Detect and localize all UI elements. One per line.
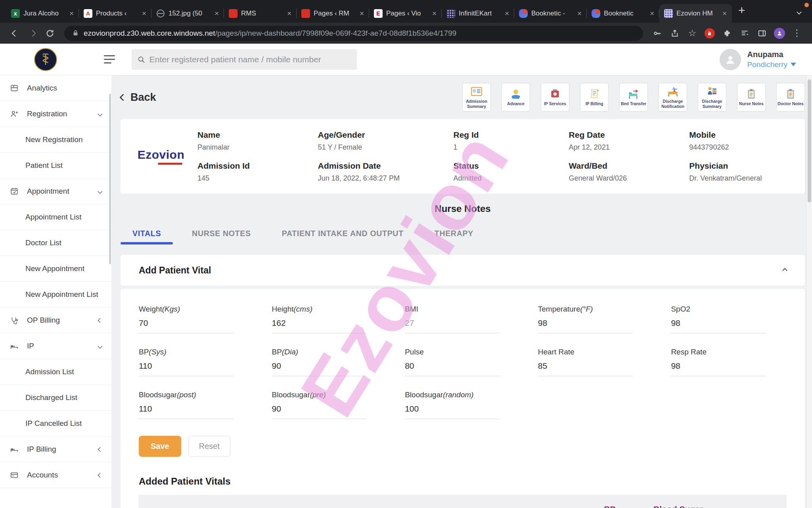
extensions-puzzle-icon[interactable] [719,26,735,41]
sidebar-item-registration[interactable]: Registration [0,101,111,127]
close-icon[interactable]: × [721,9,728,18]
doctor-notes-button[interactable]: Doctor Notes [776,83,805,112]
side-panel-icon[interactable] [754,26,770,41]
bp-sys-input[interactable] [139,356,234,376]
bloodsugar-pre-input[interactable] [272,399,367,419]
sidebar-item-ip-billing[interactable]: IP Billing [0,437,111,462]
close-icon[interactable]: × [213,9,220,18]
ip-services-button[interactable]: IP Services [541,83,569,112]
temperature-input[interactable] [538,314,633,333]
sidebar-item-appointment[interactable]: Appointment [0,179,111,204]
discharge-notification-button[interactable]: Discharge Notification [659,83,687,112]
sidebar-item-doctor-list[interactable]: Doctor List [0,230,111,256]
heart-rate-input[interactable] [538,356,633,376]
sidebar-item-analytics[interactable]: Analytics [0,75,111,101]
browser-tab[interactable]: InfinitEKart × [442,4,514,23]
close-icon[interactable]: × [286,9,293,18]
tab-nurse-notes[interactable]: NURSE NOTES [180,222,263,244]
tab-search-chevron-icon[interactable] [797,8,801,15]
patient-field-ward-bed: Ward/BedGeneral Ward/026 [569,161,685,183]
browser-tab[interactable]: Booknetic - × [514,4,587,23]
sidebar-item-new-registration[interactable]: New Registration [0,127,111,153]
browser-tab[interactable]: Pages ‹ RM × [297,4,369,23]
bookmark-star-icon[interactable]: ☆ [684,26,700,41]
tab-title: 152.jpg (50 [169,10,210,17]
browser-tab[interactable]: x Jura Alcoho × [6,4,79,23]
search-input[interactable] [149,55,351,64]
share-icon[interactable] [667,26,683,41]
tab-title: Pages ‹ Vio [386,10,427,17]
reading-list-icon[interactable] [737,26,753,41]
spo2-input[interactable] [671,314,766,333]
sidebar-item-appointment-list[interactable]: Appointment List [0,204,111,230]
scrollbar-thumb[interactable] [808,79,811,202]
sidebar-item-new-appointment-list[interactable]: New Appointment List [0,282,111,308]
browser-profile-avatar[interactable] [772,26,787,41]
menu-icon[interactable] [104,55,115,64]
height-input[interactable] [272,314,367,333]
browser-tab-active[interactable]: Ezovion HM × [659,4,732,23]
browser-menu-dots-icon[interactable]: ⋮ [789,26,805,41]
person-add-icon [10,109,19,119]
sidebar-item-accounts[interactable]: Accounts [0,462,111,488]
resp-rate-input[interactable] [671,356,766,376]
pulse-input[interactable] [405,356,500,376]
close-icon[interactable]: × [649,9,655,18]
bp-dia-input[interactable] [272,356,367,376]
new-tab-button[interactable]: + [738,2,745,18]
sidebar-item-ip-cancelled-list[interactable]: IP Cancelled List [0,411,111,437]
sidebar-scrollbar[interactable] [109,94,111,264]
page-scrollbar[interactable] [806,75,812,508]
reset-button[interactable]: Reset [188,436,230,457]
admission-summary-button[interactable]: Admission Summary [462,83,491,112]
browser-tab[interactable]: 152.jpg (50 × [151,4,224,23]
close-icon[interactable]: × [141,9,147,18]
close-icon[interactable]: × [358,9,365,18]
bloodsugar-random-input[interactable] [405,399,500,419]
refresh-button[interactable] [42,26,58,41]
bloodsugar-post-input[interactable] [139,399,234,419]
sidebar-item-admission-list[interactable]: Admission List [0,359,111,385]
back-button[interactable] [7,26,23,41]
sidebar-item-label: Doctor List [25,239,102,247]
adblock-icon[interactable] [702,26,718,41]
browser-tab[interactable]: Booknetic × [587,4,659,23]
address-bar[interactable]: ezovionprod.z30.web.core.windows.net/pag… [64,26,643,41]
close-icon[interactable]: × [431,9,438,18]
tab-therapy[interactable]: THERAPY [423,222,485,244]
bed-transfer-button[interactable]: Bed Transfer [619,83,648,112]
sidebar-item-discharged-list[interactable]: Discharged List [0,385,111,411]
sidebar-item-ip[interactable]: IP [0,333,111,359]
sidebar-item-op-billing[interactable]: OP Billing [0,308,111,333]
nurse-notes-button[interactable]: Nurse Notes [737,83,766,112]
user-menu[interactable]: Anupama Pondicherry [720,49,796,70]
advance-button[interactable]: Advance [502,83,530,112]
sidebar: Analytics Registration New Registration … [0,75,111,508]
discharge-summary-button[interactable]: Discharge Summary [698,83,726,112]
sidebar-item-label: New Appointment List [25,290,102,299]
back-button[interactable]: Back [121,91,156,104]
weight-input[interactable] [139,314,234,333]
hospital-logo[interactable] [34,48,57,71]
tab-patient-intake-output[interactable]: PATIENT INTAKE AND OUTPUT [270,222,416,244]
advance-icon [510,88,522,100]
browser-tab[interactable]: E Pages ‹ Vio × [369,4,442,23]
password-key-icon[interactable] [649,26,665,41]
close-icon[interactable]: × [576,9,583,18]
tab-vitals[interactable]: VITALS [121,222,173,244]
close-icon[interactable]: × [68,9,75,18]
patient-field-admission-id: Admission Id145 [197,161,313,183]
save-button[interactable]: Save [139,436,181,457]
collapse-chevron-up-icon[interactable] [783,267,787,274]
content-tabs: VITALS NURSE NOTES PATIENT INTAKE AND OU… [121,222,805,244]
browser-tab[interactable]: RMS × [224,4,297,23]
ip-billing-button[interactable]: IP Billing [580,83,609,112]
browser-tab[interactable]: A Products ‹ × [79,4,151,23]
sidebar-item-patient-list[interactable]: Patient List [0,153,111,179]
sidebar-item-new-appointment[interactable]: New Appointment [0,256,111,282]
vitals-table-header: Date [139,495,787,508]
url-text: ezovionprod.z30.web.core.windows.net/pag… [84,29,456,38]
forward-button[interactable] [25,26,40,41]
close-icon[interactable]: × [504,9,510,18]
user-location[interactable]: Pondicherry [747,60,796,69]
